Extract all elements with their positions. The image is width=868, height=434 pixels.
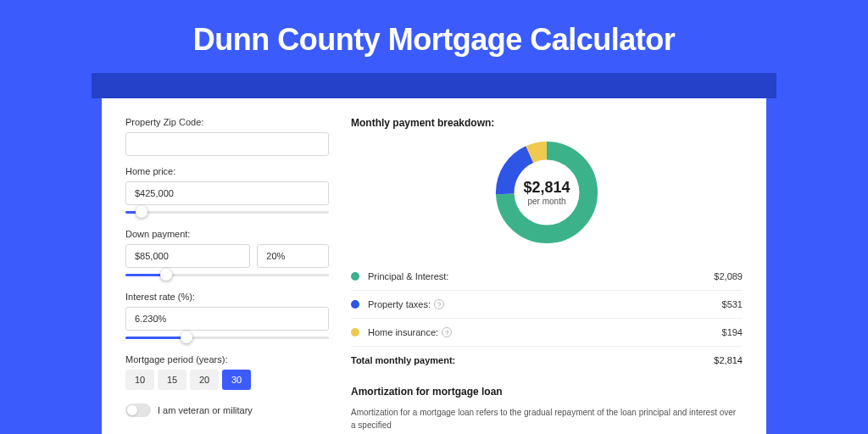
donut-chart: $2,814 per month: [492, 137, 602, 248]
legend-label: Home insurance:?: [368, 327, 722, 337]
down-payment-slider-thumb[interactable]: [160, 269, 172, 281]
total-label: Total monthly payment:: [351, 355, 714, 365]
veteran-row: I am veteran or military: [125, 403, 329, 417]
zip-label: Property Zip Code:: [125, 117, 329, 127]
interest-input[interactable]: [125, 307, 329, 331]
interest-slider-thumb[interactable]: [181, 331, 192, 343]
legend-value: $2,089: [714, 271, 743, 281]
down-payment-pct-input[interactable]: [257, 244, 329, 268]
period-button-15[interactable]: 15: [158, 370, 186, 390]
legend-dot: [351, 300, 359, 309]
legend-value: $531: [722, 299, 743, 309]
period-button-30[interactable]: 30: [222, 370, 251, 390]
breakdown-column: Monthly payment breakdown: $2,814 per mo…: [351, 117, 743, 434]
calculator-card: Property Zip Code: Home price: Down paym…: [102, 98, 766, 434]
info-icon[interactable]: ?: [442, 327, 452, 337]
period-button-10[interactable]: 10: [125, 370, 154, 390]
breakdown-title: Monthly payment breakdown:: [351, 117, 743, 129]
donut-sub: per month: [527, 197, 565, 206]
legend-label: Principal & Interest:: [368, 271, 714, 281]
legend-value: $194: [722, 327, 743, 337]
donut-center: $2,814 per month: [492, 137, 602, 248]
period-button-20[interactable]: 20: [190, 370, 219, 390]
home-price-label: Home price:: [125, 166, 329, 176]
inputs-column: Property Zip Code: Home price: Down paym…: [125, 117, 329, 434]
legend-label: Property taxes:?: [368, 299, 722, 309]
legend-dot: [351, 328, 359, 337]
interest-label: Interest rate (%):: [125, 292, 329, 302]
interest-slider-fill: [125, 337, 186, 339]
down-payment-slider[interactable]: [125, 270, 329, 281]
down-payment-label: Down payment:: [125, 229, 329, 239]
amortization-title: Amortization for mortgage loan: [351, 386, 743, 398]
home-price-slider-thumb[interactable]: [136, 206, 147, 218]
donut-amount: $2,814: [523, 179, 570, 197]
legend-row: Principal & Interest:$2,089: [351, 263, 743, 291]
home-price-slider[interactable]: [125, 207, 329, 219]
veteran-toggle-knob: [127, 405, 137, 415]
page-title: Dunn County Mortgage Calculator: [0, 0, 868, 73]
veteran-label: I am veteran or military: [158, 405, 253, 415]
zip-input[interactable]: [125, 132, 329, 156]
hero-band: [92, 73, 776, 98]
down-payment-input[interactable]: [125, 244, 250, 268]
period-options: 10152030: [125, 370, 329, 390]
interest-slider[interactable]: [125, 332, 329, 344]
home-price-input[interactable]: [125, 181, 329, 205]
total-row: Total monthly payment: $2,814: [351, 346, 743, 374]
legend-row: Home insurance:?$194: [351, 319, 743, 346]
legend-row: Property taxes:?$531: [351, 291, 743, 319]
period-label: Mortgage period (years):: [125, 354, 329, 364]
info-icon[interactable]: ?: [434, 299, 444, 309]
amortization-text: Amortization for a mortgage loan refers …: [351, 406, 743, 431]
veteran-toggle[interactable]: [125, 403, 151, 417]
legend-dot: [351, 272, 359, 281]
total-value: $2,814: [714, 355, 743, 365]
donut-wrap: $2,814 per month: [351, 137, 743, 248]
